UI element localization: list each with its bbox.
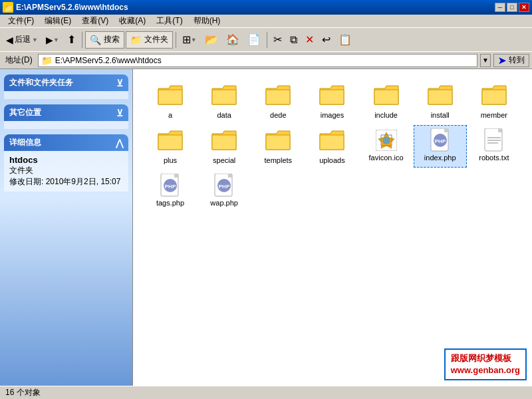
up-button[interactable]: ⬆ [64, 31, 79, 49]
sidebar-details-label: 详细信息 [9, 137, 41, 148]
back-dropdown-icon[interactable]: ▼ [32, 37, 38, 43]
folder-icon [157, 128, 184, 155]
close-button[interactable]: ✕ [519, 3, 529, 12]
sidebar-details-expand-icon: ⋀ [116, 138, 123, 148]
address-dropdown[interactable]: ▼ [480, 54, 491, 67]
file-item[interactable]: templets [251, 125, 305, 168]
file-item[interactable]: favicon.ico [360, 125, 413, 168]
file-name: special [213, 156, 235, 164]
goto-label: 转到 [509, 55, 525, 66]
file-item[interactable]: PHP index.php [414, 125, 467, 168]
file-name: data [217, 111, 231, 119]
file-name: plus [164, 156, 177, 164]
svg-rect-11 [498, 128, 502, 132]
file-item[interactable]: data [198, 80, 251, 122]
file-item[interactable]: special [198, 125, 251, 168]
home-button[interactable]: 🏠 [223, 31, 243, 49]
svg-text:📁: 📁 [4, 3, 13, 13]
watermark-line1: 跟版网织梦模板 [451, 352, 520, 364]
file-item[interactable]: plus [144, 125, 197, 168]
php-icon: PHP [428, 128, 452, 152]
sidebar: 文件和文件夹任务 ⊻ 其它位置 ⊻ 详细信息 ⋀ htdocs 文件夹 修改日期… [0, 69, 133, 386]
file-item[interactable]: PHP wap.php [198, 170, 251, 210]
menu-tools[interactable]: 工具(T) [151, 14, 188, 28]
folder-nav-button[interactable]: 📂 [201, 31, 221, 49]
file-item[interactable]: install [414, 80, 467, 122]
php-icon: PHP [212, 174, 236, 198]
menu-file[interactable]: 文件(F) [3, 14, 39, 28]
file-name: favicon.ico [369, 154, 404, 162]
sidebar-other-content [4, 121, 128, 129]
sidebar-other-header[interactable]: 其它位置 ⊻ [4, 104, 128, 121]
address-input[interactable] [55, 56, 474, 65]
file-area: a data dede images include install membe… [133, 69, 532, 386]
goto-icon: ➤ [498, 55, 506, 66]
svg-point-3 [382, 136, 390, 144]
file-item[interactable]: images [305, 80, 358, 122]
delete-button[interactable]: ✕ [302, 31, 317, 49]
goto-button[interactable]: ➤ 转到 [493, 54, 529, 67]
address-bar: 地址(D) 📁 ▼ ➤ 转到 [0, 52, 532, 69]
address-label: 地址(D) [3, 55, 35, 66]
sidebar-details-header[interactable]: 详细信息 ⋀ [4, 134, 128, 151]
file-item[interactable]: robots.txt [467, 125, 521, 168]
search-icon: 🔍 [90, 35, 101, 45]
file-name: tags.php [156, 199, 184, 207]
search-button[interactable]: 🔍 搜索 [85, 31, 124, 49]
toolbar-separator-2 [176, 32, 176, 48]
folder-icon [319, 83, 345, 110]
sidebar-tasks-section: 文件和文件夹任务 ⊻ [4, 74, 128, 99]
file-item[interactable]: uploads [305, 125, 358, 168]
up-icon: ⬆ [67, 33, 76, 46]
file-item[interactable]: member [467, 80, 521, 122]
folder-icon [157, 83, 184, 110]
page-button[interactable]: 📄 [244, 31, 264, 49]
folder-icon: 📁 [130, 35, 142, 45]
file-name: dede [270, 111, 286, 119]
forward-dropdown-icon[interactable]: ▼ [53, 37, 59, 43]
php-icon: PHP [158, 174, 182, 198]
copy-button[interactable]: ⧉ [287, 31, 301, 49]
delete-icon: ✕ [305, 33, 314, 46]
minimize-button[interactable]: ─ [495, 3, 505, 12]
back-button[interactable]: ◀ 后退 ▼ [3, 31, 41, 49]
watermark-line2: www.genban.org [451, 364, 520, 376]
file-name: install [431, 111, 450, 119]
sidebar-tasks-header[interactable]: 文件和文件夹任务 ⊻ [4, 74, 128, 91]
window-title: E:\APMServ5.2.6\www\htdocs [16, 3, 495, 12]
sidebar-other-label: 其它位置 [9, 107, 41, 118]
file-item[interactable]: include [360, 80, 413, 122]
file-item[interactable]: a [144, 80, 197, 122]
sidebar-tasks-label: 文件和文件夹任务 [9, 77, 73, 88]
undo-icon: ↩ [322, 33, 331, 46]
file-name: a [168, 111, 172, 119]
menu-view[interactable]: 查看(V) [76, 14, 114, 28]
view-dropdown-icon[interactable]: ▼ [191, 37, 197, 43]
move-button[interactable]: 📋 [335, 31, 355, 49]
folder-icon [265, 128, 291, 155]
sidebar-other-expand-icon: ⊻ [116, 108, 123, 118]
file-name: member [481, 111, 507, 119]
maximize-button[interactable]: □ [507, 3, 517, 12]
address-field[interactable]: 📁 [38, 54, 477, 67]
watermark: 跟版网织梦模板 www.genban.org [444, 348, 527, 380]
page-icon: 📄 [247, 33, 261, 46]
toolbar: ◀ 后退 ▼ ▶ ▼ ⬆ 🔍 搜索 📁 文件夹 ⊞ ▼ 📂 🏠 📄 ✂ ⧉ [0, 28, 532, 52]
menu-help[interactable]: 帮助(H) [188, 14, 226, 28]
svg-rect-17 [174, 174, 178, 178]
sidebar-tasks-content [4, 91, 128, 99]
file-item[interactable]: dede [251, 80, 305, 122]
menu-favorites[interactable]: 收藏(A) [114, 14, 151, 28]
file-item[interactable]: PHP tags.php [144, 170, 197, 210]
svg-text:PHP: PHP [434, 138, 446, 144]
forward-button[interactable]: ▶ ▼ [43, 31, 63, 49]
undo-button[interactable]: ↩ [319, 31, 334, 49]
view-button[interactable]: ⊞ ▼ [179, 31, 200, 49]
forward-icon: ▶ [46, 35, 53, 45]
toolbar-separator-3 [267, 32, 267, 48]
file-name: include [374, 111, 398, 119]
cut-button[interactable]: ✂ [270, 31, 285, 49]
menu-edit[interactable]: 编辑(E) [39, 14, 76, 28]
folder-button[interactable]: 📁 文件夹 [126, 31, 173, 49]
sidebar-tasks-expand-icon: ⊻ [116, 78, 123, 88]
